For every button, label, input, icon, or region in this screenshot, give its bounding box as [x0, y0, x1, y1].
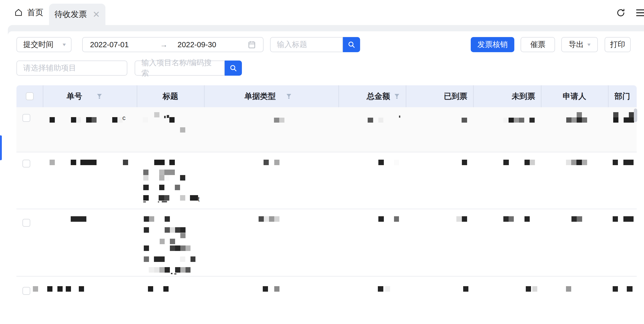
redacted-block: [171, 273, 172, 274]
search-icon: [229, 64, 237, 72]
invoice-verify-label: 发票核销: [478, 39, 508, 50]
redacted-block: [162, 201, 167, 202]
redacted-block: [158, 201, 159, 202]
active-tab-label: 待收发票: [55, 9, 87, 20]
redacted-block: [154, 256, 165, 262]
column-divider: [406, 85, 406, 107]
redacted-block: [180, 233, 186, 238]
redacted-block: [143, 195, 149, 201]
redacted-block: [170, 245, 175, 251]
redacted-block: [149, 267, 154, 273]
redacted-block: [160, 239, 165, 244]
redacted-block: [50, 160, 55, 165]
filter-funnel-icon[interactable]: [286, 93, 292, 99]
filter-funnel-icon[interactable]: [394, 93, 400, 99]
redacted-block: [264, 160, 269, 165]
redacted-block: [368, 118, 373, 123]
side-helper-tab[interactable]: [0, 135, 2, 160]
redacted-block: [80, 160, 97, 165]
redacted-block: [144, 256, 149, 262]
project-search-button[interactable]: [225, 61, 242, 76]
search-icon: [347, 40, 356, 49]
column-header-单号[interactable]: 单号: [43, 85, 137, 107]
filter-field-select[interactable]: 提交时间 ▾: [16, 37, 71, 52]
refresh-icon[interactable]: [616, 8, 626, 18]
table-header: 单号 标题单据类型 总金额 已到票未到票申请人部门: [16, 85, 637, 107]
print-button[interactable]: 打印: [605, 37, 631, 52]
date-range-picker[interactable]: 2022-07-01 → 2022-09-30: [82, 37, 264, 52]
redacted-block: [143, 170, 148, 175]
redacted-block: [566, 286, 571, 292]
redacted-block: [190, 256, 195, 262]
invoice-verify-button[interactable]: 发票核销: [471, 37, 514, 52]
urge-invoice-button[interactable]: 催票: [521, 37, 555, 52]
redacted-block: [174, 273, 176, 274]
tab-home[interactable]: 首页: [14, 7, 43, 18]
redacted-block: [582, 117, 587, 123]
row-checkbox[interactable]: [22, 114, 30, 122]
column-header-label: 已到票: [444, 91, 467, 102]
menu-icon[interactable]: [635, 8, 644, 18]
redacted-block: [623, 160, 634, 165]
select-all-checkbox[interactable]: [26, 92, 34, 100]
home-tab-label: 首页: [27, 7, 43, 18]
column-header-已到票: 已到票: [406, 85, 473, 107]
redacted-block: [532, 286, 537, 292]
redacted-block: [526, 286, 531, 292]
redacted-block: [378, 118, 383, 123]
tab-close-icon[interactable]: ✕: [93, 10, 100, 19]
redacted-block: [165, 227, 170, 233]
column-header-总金额[interactable]: 总金额: [338, 85, 406, 107]
export-chevron-down-icon: ▾: [587, 42, 591, 47]
urge-invoice-label: 催票: [530, 39, 545, 50]
redacted-block: [462, 118, 467, 123]
redacted-block: [180, 256, 185, 262]
redacted-block: [613, 286, 618, 292]
redacted-block: [264, 216, 269, 222]
column-divider: [473, 85, 474, 107]
redacted-block: [566, 117, 571, 123]
redacted-block: [462, 216, 467, 222]
redacted-block: [190, 195, 198, 201]
tab-pending-invoices[interactable]: 待收发票 ✕: [49, 4, 105, 25]
filter-funnel-icon[interactable]: [96, 93, 103, 99]
project-search-input[interactable]: 输入项目名称/编码搜索: [135, 61, 225, 76]
redacted-block: [154, 160, 165, 165]
redacted-block: [524, 216, 530, 222]
column-header-label: 申请人: [563, 91, 586, 102]
redacted-block: [159, 170, 164, 175]
redacted-block: [180, 227, 186, 233]
redacted-block: [71, 160, 76, 165]
column-divider: [541, 85, 541, 107]
redacted-block: [164, 116, 166, 118]
row-checkbox[interactable]: [22, 219, 30, 227]
redacted-block: [148, 286, 153, 292]
redacted-block: [33, 286, 38, 292]
title-search-button[interactable]: [343, 37, 360, 52]
row-checkbox[interactable]: [22, 160, 30, 167]
column-header-标题: 标题: [137, 85, 204, 107]
redacted-block: [66, 286, 71, 292]
filter-field-value: 提交时间: [23, 39, 53, 50]
title-search-input[interactable]: 输入标题: [270, 37, 343, 52]
aux-project-select[interactable]: 请选择辅助项目: [16, 61, 127, 76]
row-checkbox[interactable]: [22, 287, 30, 295]
redacted-block: [509, 118, 514, 123]
redacted-block: [144, 216, 149, 222]
column-header-部门: 部门: [608, 85, 637, 107]
redacted-block: [274, 286, 279, 292]
redacted-block: [175, 185, 180, 190]
redacted-block: [175, 245, 180, 251]
vertical-scrollbar-thumb[interactable]: [634, 109, 637, 122]
redacted-block: [143, 185, 149, 190]
export-button[interactable]: 导出 ▾: [561, 37, 598, 52]
redacted-block: [123, 160, 128, 165]
column-header-单据类型[interactable]: 单据类型: [204, 85, 338, 107]
redacted-block: [154, 112, 159, 117]
redacted-block: [613, 117, 618, 123]
column-divider: [338, 85, 339, 107]
column-header-checkbox[interactable]: [16, 85, 43, 107]
column-header-申请人: 申请人: [541, 85, 608, 107]
column-header-label: 未到票: [512, 91, 535, 102]
redacted-block: [180, 195, 185, 201]
